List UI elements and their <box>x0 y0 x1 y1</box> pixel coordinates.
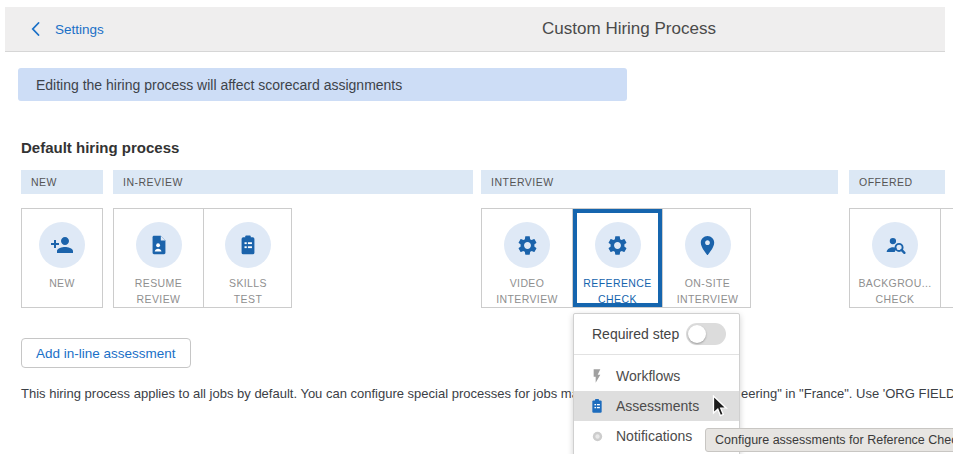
step-card-video-interview[interactable]: VIDEOINTERVIEW <box>482 209 572 307</box>
required-step-row: Required step <box>574 314 739 355</box>
section-heading: Default hiring process <box>21 139 179 156</box>
step-card-label: RESUMEREVIEW <box>135 276 182 308</box>
step-card-partial[interactable] <box>940 209 953 307</box>
step-card-resume-review[interactable]: RESUMEREVIEW <box>114 209 203 307</box>
step-card-reference-check[interactable]: REFERENCECHECK <box>572 209 662 307</box>
back-link-label: Settings <box>55 22 104 37</box>
toggle-knob <box>688 325 706 343</box>
stage-header-new: NEW <box>21 170 103 194</box>
stage-header-interview: INTERVIEW <box>481 170 838 194</box>
person-add-icon <box>39 222 85 268</box>
step-card-label: NEW <box>49 276 75 292</box>
clipboard-icon <box>225 222 271 268</box>
info-banner-text: Editing the hiring process will affect s… <box>36 77 402 93</box>
stage-header-in-review: IN-REVIEW <box>113 170 473 194</box>
circle-icon <box>588 429 606 444</box>
step-card-skills-test[interactable]: SKILLSTEST <box>203 209 292 307</box>
info-banner: Editing the hiring process will affect s… <box>18 68 627 101</box>
map-pin-icon <box>685 222 731 268</box>
step-card-label: REFERENCECHECK <box>583 276 651 308</box>
step-card-new[interactable]: NEW <box>22 209 102 307</box>
step-group-in-review: RESUMEREVIEW SKILLSTEST <box>113 208 292 308</box>
menu-item-assessments[interactable]: Assessments <box>574 391 739 421</box>
back-to-settings-link[interactable]: Settings <box>31 7 104 51</box>
gear-icon <box>504 222 550 268</box>
step-card-on-site-interview[interactable]: ON-SITEINTERVIEW <box>662 209 752 307</box>
process-description-right: eering" in "France". Use 'ORG FIELDS' t <box>741 386 953 401</box>
tooltip-text: Configure assessments for Reference Chec… <box>715 433 953 447</box>
step-card-label: SKILLSTEST <box>229 276 267 308</box>
resume-document-icon <box>136 222 182 268</box>
required-step-toggle[interactable] <box>686 323 726 345</box>
menu-item-workflows[interactable]: Workflows <box>574 361 739 391</box>
step-card-label: VIDEOINTERVIEW <box>496 276 558 308</box>
process-description-left: This hiring process applies to all jobs … <box>21 386 596 401</box>
chevron-left-icon <box>31 22 40 36</box>
top-header-bar: Settings Custom Hiring Process <box>5 7 945 52</box>
person-search-icon <box>872 222 918 268</box>
gear-icon <box>595 222 641 268</box>
step-group-interview: VIDEOINTERVIEW REFERENCECHECK ON-SITEINT… <box>481 208 751 308</box>
step-group-offered: BACKGROU...CHECK <box>849 208 953 308</box>
step-card-background-check[interactable]: BACKGROU...CHECK <box>850 209 940 307</box>
tooltip: Configure assessments for Reference Chec… <box>705 428 953 452</box>
step-card-label: ON-SITEINTERVIEW <box>677 276 739 308</box>
add-inline-assessment-button[interactable]: Add in-line assessment <box>21 338 191 368</box>
page-title: Custom Hiring Process <box>542 19 716 39</box>
stage-header-offered: OFFERED <box>849 170 945 194</box>
clipboard-icon <box>588 398 606 414</box>
step-card-label: BACKGROU...CHECK <box>858 276 931 308</box>
step-group-new: NEW <box>21 208 103 308</box>
required-step-label: Required step <box>592 326 679 342</box>
lightning-icon <box>588 368 606 384</box>
